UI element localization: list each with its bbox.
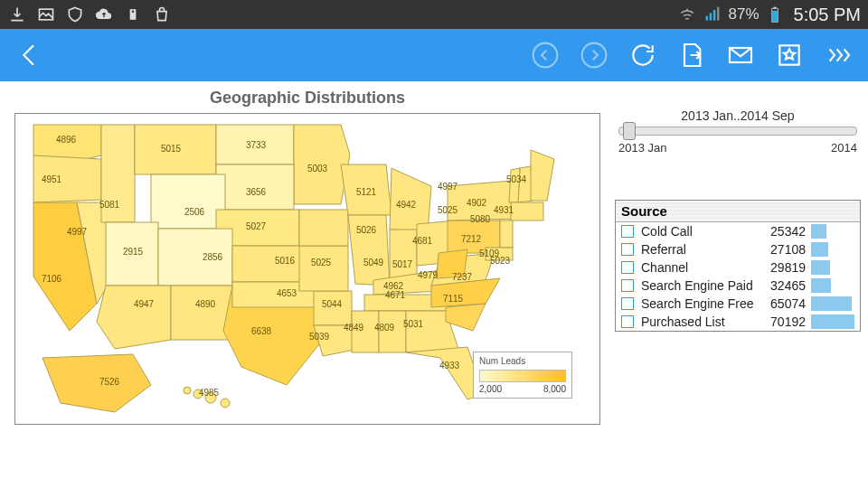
content-area: Geographic Distributions xyxy=(0,81,868,488)
legend-min: 2,000 xyxy=(479,384,502,394)
source-name: Cold Call xyxy=(641,224,759,239)
source-bar xyxy=(811,242,854,257)
mail-button[interactable] xyxy=(723,38,758,72)
timeline-start: 2013 Jan xyxy=(618,141,667,155)
state-shape[interactable] xyxy=(486,248,513,260)
state-shape[interactable] xyxy=(135,125,216,174)
state-shape[interactable] xyxy=(101,125,135,222)
state-shape[interactable] xyxy=(299,246,348,291)
source-name: Search Engine Paid xyxy=(641,278,759,293)
svg-rect-4 xyxy=(710,13,712,20)
cloud-upload-icon xyxy=(94,5,114,24)
page-title: Geographic Distributions xyxy=(4,81,611,111)
source-panel: Source Cold Call25342Referral27108Channe… xyxy=(615,200,861,332)
source-name: Purchased List xyxy=(641,314,759,329)
source-header: Source xyxy=(616,201,860,222)
source-bar xyxy=(811,278,854,293)
svg-point-14 xyxy=(184,387,191,394)
state-shape[interactable] xyxy=(390,168,431,231)
checkbox[interactable] xyxy=(621,243,634,256)
export-button[interactable] xyxy=(675,38,709,72)
state-shape[interactable] xyxy=(171,286,232,340)
map-legend: Num Leads 2,000 8,000 xyxy=(473,352,572,399)
app-toolbar xyxy=(0,29,868,81)
source-value: 70192 xyxy=(759,314,806,329)
state-shape[interactable] xyxy=(500,221,513,248)
us-map-chart[interactable]: Num Leads 2,000 8,000 489649514997710650… xyxy=(14,113,600,425)
more-button[interactable] xyxy=(821,38,855,72)
svg-rect-6 xyxy=(717,7,720,21)
svg-rect-3 xyxy=(706,16,709,21)
timeline-end: 2014 xyxy=(831,141,857,155)
source-value: 29819 xyxy=(759,260,806,275)
source-row[interactable]: Search Engine Free65074 xyxy=(616,295,860,313)
state-shape[interactable] xyxy=(348,215,390,286)
checkbox[interactable] xyxy=(621,279,634,292)
image-icon xyxy=(36,5,56,24)
state-shape[interactable] xyxy=(390,230,417,280)
source-bar xyxy=(811,314,854,329)
source-value: 65074 xyxy=(759,296,806,311)
checkbox[interactable] xyxy=(621,315,634,328)
state-shape[interactable] xyxy=(341,164,392,215)
bag-icon xyxy=(152,5,172,24)
source-bar xyxy=(811,296,854,311)
state-shape[interactable] xyxy=(352,311,379,352)
svg-point-17 xyxy=(221,399,230,408)
history-forward-button[interactable] xyxy=(577,38,611,72)
refresh-button[interactable] xyxy=(626,38,660,72)
svg-point-2 xyxy=(132,10,135,13)
source-name: Referral xyxy=(641,242,759,257)
state-shape[interactable] xyxy=(531,150,554,201)
checkbox[interactable] xyxy=(621,297,634,310)
timeline-range-label: 2013 Jan..2014 Sep xyxy=(618,108,857,123)
state-shape[interactable] xyxy=(446,304,486,331)
checkbox[interactable] xyxy=(621,261,634,274)
state-shape[interactable] xyxy=(33,155,101,202)
state-shape[interactable] xyxy=(97,286,171,349)
svg-point-11 xyxy=(582,43,607,68)
state-shape[interactable] xyxy=(509,168,520,202)
svg-rect-8 xyxy=(771,11,778,23)
state-shape[interactable] xyxy=(216,125,294,164)
source-row[interactable]: Search Engine Paid32465 xyxy=(616,277,860,295)
source-row[interactable]: Channel29819 xyxy=(616,258,860,277)
source-row[interactable]: Purchased List70192 xyxy=(616,313,860,331)
state-shape[interactable] xyxy=(511,202,543,221)
state-shape[interactable] xyxy=(314,291,352,325)
timeline-slider[interactable]: 2013 Jan..2014 Sep 2013 Jan 2014 xyxy=(615,108,861,155)
svg-rect-9 xyxy=(773,7,776,9)
clock-text: 5:05 PM xyxy=(794,5,861,25)
svg-point-15 xyxy=(193,389,203,399)
state-shape[interactable] xyxy=(448,181,518,221)
battery-percentage: 87% xyxy=(728,5,759,23)
source-row[interactable]: Cold Call25342 xyxy=(616,222,860,240)
state-shape[interactable] xyxy=(299,210,348,246)
shield-icon xyxy=(65,5,85,24)
state-shape[interactable] xyxy=(437,249,467,278)
back-button[interactable] xyxy=(13,38,47,72)
source-name: Channel xyxy=(641,260,759,275)
tag-icon xyxy=(123,5,143,24)
svg-point-16 xyxy=(205,392,216,403)
source-value: 32465 xyxy=(759,278,806,293)
legend-max: 8,000 xyxy=(543,384,566,394)
source-value: 25342 xyxy=(759,224,806,239)
slider-thumb[interactable] xyxy=(623,122,636,140)
checkbox[interactable] xyxy=(621,225,634,238)
state-shape[interactable] xyxy=(33,125,101,161)
source-row[interactable]: Referral27108 xyxy=(616,240,860,258)
source-name: Search Engine Free xyxy=(641,296,759,311)
state-shape[interactable] xyxy=(158,229,232,286)
state-shape[interactable] xyxy=(184,387,230,408)
download-icon xyxy=(7,5,27,24)
state-shape[interactable] xyxy=(379,311,406,352)
state-shape[interactable] xyxy=(42,354,151,412)
slider-track[interactable] xyxy=(618,127,857,136)
state-shape[interactable] xyxy=(216,164,294,210)
state-shape[interactable] xyxy=(151,174,225,229)
history-back-button[interactable] xyxy=(528,38,562,72)
bookmark-button[interactable] xyxy=(772,38,807,72)
legend-gradient xyxy=(479,370,566,382)
state-shape[interactable] xyxy=(106,222,158,286)
